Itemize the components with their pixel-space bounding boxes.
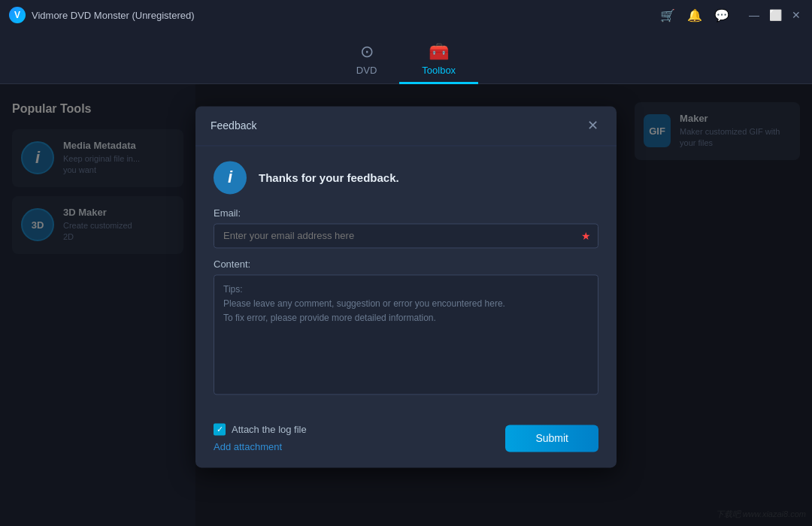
window-controls: — ⬜ ✕ — [747, 9, 803, 21]
content-label: Content: — [214, 258, 598, 270]
bell-icon[interactable]: 🔔 — [687, 8, 702, 23]
tab-dvd[interactable]: ⊙ DVD — [334, 36, 399, 84]
attach-log-label: Attach the log file — [232, 424, 307, 435]
minimize-button[interactable]: — — [747, 9, 761, 21]
add-attachment-link[interactable]: Add attachment — [214, 441, 307, 452]
checkbox-check-icon: ✓ — [217, 425, 223, 434]
tab-dvd-label: DVD — [356, 65, 377, 76]
toolbox-icon: 🧰 — [429, 42, 449, 62]
submit-button[interactable]: Submit — [505, 425, 598, 452]
feedback-avatar: i — [214, 161, 247, 194]
app-icon: V — [9, 7, 26, 23]
title-bar-controls: 🛒 🔔 💬 — ⬜ ✕ — [660, 8, 803, 23]
email-label: Email: — [214, 207, 598, 219]
dialog-title: Feedback — [211, 119, 256, 132]
attach-log-checkbox[interactable]: ✓ — [214, 423, 226, 435]
dialog-body: i Thanks for your feedback. Email: ★ Con… — [195, 146, 617, 413]
dialog-footer: ✓ Attach the log file Add attachment Sub… — [195, 413, 617, 467]
title-bar: V Vidmore DVD Monster (Unregistered) 🛒 🔔… — [0, 0, 812, 30]
email-input[interactable] — [214, 223, 598, 248]
feedback-header: i Thanks for your feedback. — [214, 161, 598, 194]
dialog-close-button[interactable]: ✕ — [583, 116, 601, 135]
restore-button[interactable]: ⬜ — [768, 9, 782, 21]
nav-bar: ⊙ DVD 🧰 Toolbox — [0, 30, 812, 84]
title-bar-left: V Vidmore DVD Monster (Unregistered) — [9, 7, 195, 23]
dialog-header: Feedback ✕ — [195, 106, 617, 146]
dvd-icon: ⊙ — [360, 42, 374, 62]
cart-icon[interactable]: 🛒 — [660, 8, 675, 23]
main-content: Popular Tools i Media Metadata Keep orig… — [0, 84, 812, 526]
attach-log-row: ✓ Attach the log file — [214, 423, 307, 435]
footer-left: ✓ Attach the log file Add attachment — [214, 423, 307, 452]
required-star: ★ — [581, 230, 591, 242]
tab-toolbox-label: Toolbox — [422, 65, 456, 76]
app-title: Vidmore DVD Monster (Unregistered) — [32, 10, 195, 21]
feedback-thanks: Thanks for your feedback. — [259, 171, 399, 184]
content-textarea[interactable]: Tips: Please leave any comment, suggesti… — [214, 274, 598, 394]
feedback-dialog: Feedback ✕ i Thanks for your feedback. E… — [195, 106, 617, 467]
email-row: ★ — [214, 223, 598, 258]
chat-icon[interactable]: 💬 — [714, 8, 729, 23]
tab-toolbox[interactable]: 🧰 Toolbox — [399, 36, 478, 84]
close-button[interactable]: ✕ — [789, 9, 803, 21]
